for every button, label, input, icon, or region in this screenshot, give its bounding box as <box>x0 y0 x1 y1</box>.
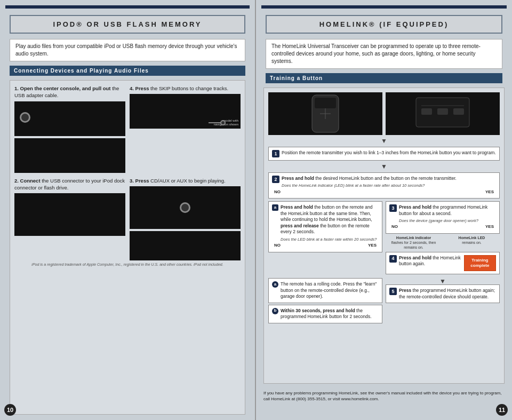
step-3-numbered: 3 Press and hold the programmed HomeLink… <box>389 204 496 224</box>
left-page: IPOD® OR USB FLASH MEMORY Play audio fil… <box>0 0 256 420</box>
top-bar-right <box>261 5 507 9</box>
step-2-text: 2. Connect the USB connector to your iPo… <box>14 177 125 192</box>
step-4-numbered: 4 Press and hold the HomeLink button aga… <box>389 255 496 272</box>
step-1-image-2 <box>14 138 125 173</box>
indicator-b-title: HomeLink LED <box>444 235 500 240</box>
step-a-label: a <box>272 204 278 211</box>
right-page: HOMELINK® (if equipped) The HomeLink Uni… <box>256 0 512 420</box>
step-3-col: 3. Press CD/AUX or AUX to begin playing. <box>130 177 241 260</box>
step-3-content: Press and hold the programmed HomeLink b… <box>399 204 496 224</box>
step-3-num: 3 <box>389 204 397 212</box>
no-yes-row-2: NO YES <box>272 189 496 196</box>
step-5-num: 5 <box>389 288 397 295</box>
rolling-code-section: a The remote has a rolling code. Press t… <box>268 278 500 323</box>
step-4-num: 4 <box>389 255 397 263</box>
step-2-image <box>14 193 125 236</box>
homelink-svg <box>386 92 500 135</box>
step-3-image <box>130 186 241 229</box>
step-4: 4. Press the SKIP buttons to change trac… <box>130 85 241 173</box>
step-1-num: 1 <box>272 150 279 157</box>
arrow-1: ▼ <box>268 138 500 144</box>
no-yes-row-a: NO YES <box>272 242 379 249</box>
step-a-content: Press and hold the button on the remote … <box>281 204 379 242</box>
yes-label-2: YES <box>485 189 494 195</box>
rolling-b-numbered: b Within 30 seconds, press and hold the … <box>272 308 379 320</box>
indicator-col-a: HomeLink indicator flashes for 2 seconds… <box>386 235 442 250</box>
right-section-header: Training a Button <box>266 73 502 83</box>
branch-row: a Press and hold the button on the remot… <box>268 201 500 274</box>
step-a-question: Does the LED blink at a faster rate with… <box>281 237 379 242</box>
rolling-b-area: b Within 30 seconds, press and hold the … <box>268 305 382 323</box>
right-page-title: HOMELINK® (if equipped) <box>266 15 502 34</box>
svg-rect-7 <box>437 108 448 115</box>
rolling-b-content: Within 30 seconds, press and hold the pr… <box>281 308 379 320</box>
step-5-numbered: 5 Press the programmed HomeLink button a… <box>389 288 496 300</box>
training-image-left <box>268 92 382 135</box>
left-section-header: Connecting Devices and Playing Audio Fil… <box>10 66 245 76</box>
right-desc-text: The HomeLink Universal Transceiver can b… <box>271 43 481 64</box>
step-2-question: Does the HomeLink indicator (LED) blink … <box>282 183 457 188</box>
left-section-content: 1. Open the center console, and pull out… <box>10 80 245 415</box>
step-4-content: Press and hold the HomeLink button again… <box>399 255 462 267</box>
step-4-image: model with navigation shown <box>130 94 241 129</box>
step-1-text: 1. Open the center console, and pull out… <box>14 85 125 99</box>
step-1: 1. Open the center console, and pull out… <box>14 85 125 173</box>
no-yes-row-3: NO YES <box>389 224 496 231</box>
yes-label-3: YES <box>485 224 494 230</box>
left-description: Play audio files from your compatible iP… <box>10 39 245 61</box>
no-label-a: NO <box>274 243 281 249</box>
step-a-main: Press and hold the button on the remote … <box>281 204 379 235</box>
indicator-a-title: HomeLink indicator <box>386 235 442 240</box>
step-3-text: 3. Press CD/AUX or AUX to begin playing. <box>130 177 241 184</box>
step-1-content: Position the remote transmitter you wish… <box>282 150 496 156</box>
rolling-a-content: The remote has a rolling code. Press the… <box>281 281 379 299</box>
step-5-content: Press the programmed HomeLink button aga… <box>399 288 496 300</box>
steps-grid: 1. Open the center console, and pull out… <box>14 85 241 260</box>
left-title-text: IPOD® OR USB FLASH MEMORY <box>53 20 202 28</box>
step-5-area: ▼ 5 Press the programmed HomeLink button… <box>386 278 500 323</box>
left-page-title: IPOD® OR USB FLASH MEMORY <box>10 15 245 34</box>
step-2-main: Press and hold the desired HomeLink butt… <box>282 176 457 181</box>
no-label-3: NO <box>391 224 398 230</box>
training-complete-text: Training complete <box>470 258 489 268</box>
rolling-b-flow: b Within 30 seconds, press and hold the … <box>268 305 382 323</box>
right-title-text: HOMELINK® (if equipped) <box>319 20 449 28</box>
cable-circle-3 <box>180 202 190 213</box>
step-4-main: Press and hold the HomeLink button again… <box>399 255 462 267</box>
footer-text: If you have any problems programming Hom… <box>263 390 505 402</box>
homelink-indicator-row: HomeLink indicator flashes for 2 seconds… <box>386 235 500 250</box>
page-number-right: 11 <box>496 404 508 416</box>
rolling-a-numbered: a The remote has a rolling code. Press t… <box>272 281 379 299</box>
rolling-a-area: a The remote has a rolling code. Press t… <box>268 278 382 323</box>
remote-svg <box>268 92 382 135</box>
step-5-flow: 5 Press the programmed HomeLink button a… <box>386 284 500 303</box>
step-2-num: 2 <box>272 176 279 183</box>
step-3-branch: 3 Press and hold the programmed HomeLink… <box>386 201 500 274</box>
step-4-flow: 4 Press and hold the HomeLink button aga… <box>386 252 500 275</box>
step-4-text: 4. Press the SKIP buttons to change trac… <box>130 85 241 92</box>
rolling-a-flow: a The remote has a rolling code. Press t… <box>268 278 382 303</box>
right-description: The HomeLink Universal Transceiver can b… <box>266 39 502 69</box>
copyright-text: iPod is a registered trademark of Apple … <box>14 263 241 266</box>
cable-circle-1 <box>20 112 30 123</box>
training-complete-box: Training complete <box>464 255 496 272</box>
svg-rect-6 <box>421 108 432 115</box>
footer-span: If you have any problems programming Hom… <box>263 391 502 401</box>
step-2: 2. Connect the USB connector to your iPo… <box>14 177 125 260</box>
arrow-5: ▼ <box>386 278 500 284</box>
yes-label-a: YES <box>368 243 377 249</box>
step-3-flow: 3 Press and hold the programmed HomeLink… <box>386 201 500 234</box>
rolling-b-label: b <box>272 308 278 314</box>
step-3-image-2 <box>130 231 241 260</box>
no-label-2: NO <box>274 189 281 195</box>
step-a-flow: a Press and hold the button on the remot… <box>268 201 382 252</box>
step-2-content: Press and hold the desired HomeLink butt… <box>282 176 457 189</box>
left-desc-text: Play audio files from your compatible iP… <box>15 43 237 57</box>
indicator-a-desc: flashes for 2 seconds, then remains on. <box>386 240 442 250</box>
step-1-numbered: 1 Position the remote transmitter you wi… <box>272 150 496 157</box>
training-image-right <box>386 92 500 135</box>
top-bar-left <box>5 5 250 9</box>
svg-rect-8 <box>453 108 464 115</box>
left-section-header-text: Connecting Devices and Playing Audio Fil… <box>14 68 149 74</box>
indicator-b-desc: remains on. <box>444 240 500 245</box>
